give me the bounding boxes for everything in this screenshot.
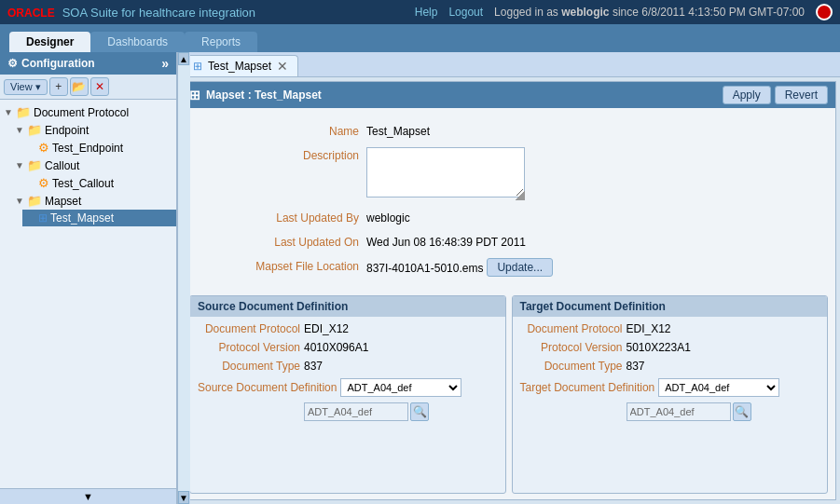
sidebar-item-document-protocol[interactable]: ▼ 📁 Document Protocol xyxy=(0,103,176,121)
target-doc-select[interactable]: ADT_A04_def xyxy=(658,378,779,397)
target-doc-panel-body: Document Protocol EDI_X12 Protocol Versi… xyxy=(513,317,828,427)
source-doc-select[interactable]: ADT_A04_def xyxy=(340,378,461,397)
folder-icon: 📁 xyxy=(27,194,42,208)
delete-icon[interactable]: ✕ xyxy=(90,77,109,96)
source-doc-protocol-row: Document Protocol EDI_X12 xyxy=(198,322,498,335)
sidebar-toolbar: View ▾ + 📂 ✕ xyxy=(0,75,176,100)
last-updated-on-label: Last Updated On xyxy=(210,234,359,249)
source-doc-panel-header: Source Document Definition xyxy=(190,296,505,317)
revert-button[interactable]: Revert xyxy=(775,86,828,104)
tree-toggle: ▼ xyxy=(15,125,24,135)
content-tab-test-mapset[interactable]: ⊞ Test_Mapset ✕ xyxy=(183,55,298,76)
source-doc-protocol-value: EDI_X12 xyxy=(304,322,349,335)
source-doc-definition-label: Source Document Definition xyxy=(198,381,337,394)
mapset-file-row: 837I-4010A1-5010.ems Update... xyxy=(366,258,553,277)
mapset-icon: ⊞ xyxy=(38,211,48,225)
config-icon: ⚙ xyxy=(7,57,18,70)
target-doc-protocol-row: Document Protocol EDI_X12 xyxy=(520,322,820,335)
sidebar-item-test-endpoint[interactable]: ⚙ Test_Endpoint xyxy=(22,139,176,157)
sidebar-tree: ▼ 📁 Document Protocol ▼ 📁 Endpoint ⚙ Tes… xyxy=(0,100,176,488)
resize-handle[interactable] xyxy=(516,191,525,200)
sidebar-item-endpoint[interactable]: ▼ 📁 Endpoint xyxy=(11,121,176,139)
sidebar-item-callout[interactable]: ▼ 📁 Callout xyxy=(11,157,176,174)
sidebar-item-test-mapset[interactable]: ⊞ Test_Mapset xyxy=(22,210,176,226)
source-doc-text-input[interactable] xyxy=(304,402,408,421)
source-doc-protocol-label: Document Protocol xyxy=(198,322,300,335)
panel-title: ⊞ Mapset : Test_Mapset xyxy=(189,88,322,102)
sidebar-item-label: Test_Mapset xyxy=(50,211,114,225)
tab-close-icon[interactable]: ✕ xyxy=(277,59,288,74)
nav-tabs: Designer Dashboards Reports xyxy=(0,24,840,52)
top-bar-left: ORACLE SOA Suite for healthcare integrat… xyxy=(7,6,255,20)
sidebar-item-label: Callout xyxy=(45,159,79,172)
source-doc-definition-input-row: 🔍 xyxy=(198,402,498,421)
bottom-section: Source Document Definition Document Prot… xyxy=(182,292,835,499)
name-value: Test_Mapset xyxy=(366,123,430,138)
description-wrap xyxy=(366,147,525,200)
target-protocol-version-value: 5010X223A1 xyxy=(627,341,691,354)
source-protocol-version-row: Protocol Version 4010X096A1 xyxy=(198,341,498,354)
sidebar-item-label: Test_Endpoint xyxy=(52,142,123,155)
target-protocol-version-label: Protocol Version xyxy=(520,341,623,354)
scroll-down-arrow[interactable]: ▼ xyxy=(178,491,189,504)
sidebar-item-test-callout[interactable]: ⚙ Test_Callout xyxy=(22,174,176,192)
target-doc-text-input[interactable] xyxy=(627,402,731,421)
sidebar-item-mapset[interactable]: ▼ 📁 Mapset xyxy=(11,192,176,210)
description-textarea[interactable] xyxy=(366,147,525,198)
sidebar-header: ⚙ Configuration » xyxy=(0,52,176,75)
target-doc-protocol-label: Document Protocol xyxy=(520,322,623,335)
source-doc-type-label: Document Type xyxy=(198,360,300,373)
tree-toggle: ▼ xyxy=(15,196,24,206)
sidebar-scroll-down[interactable]: ▼ xyxy=(0,488,176,504)
sidebar-expand-icon[interactable]: » xyxy=(161,56,169,71)
main-area: ⚙ Configuration » View ▾ + 📂 ✕ ▼ 📁 Docum… xyxy=(0,52,840,504)
update-button[interactable]: Update... xyxy=(487,258,553,277)
panel-actions: Apply Revert xyxy=(723,86,828,104)
content-area: ⊞ Test_Mapset ✕ ⊞ Mapset : Test_Mapset A… xyxy=(177,52,840,504)
tab-mapset-icon: ⊞ xyxy=(193,60,202,73)
target-protocol-version-row: Protocol Version 5010X223A1 xyxy=(520,341,820,354)
name-row: Name Test_Mapset xyxy=(210,123,807,138)
tab-reports[interactable]: Reports xyxy=(185,32,257,52)
tab-designer[interactable]: Designer xyxy=(9,32,90,52)
oracle-brand-icon xyxy=(816,4,833,20)
tree-toggle: ▼ xyxy=(15,160,24,170)
source-doc-input-wrap: 🔍 xyxy=(304,402,429,421)
folder-icon: 📁 xyxy=(27,158,42,172)
folder-open-icon[interactable]: 📂 xyxy=(70,77,89,96)
mapset-file-location-row: Mapset File Location 837I-4010A1-5010.em… xyxy=(210,258,807,277)
source-doc-panel-body: Document Protocol EDI_X12 Protocol Versi… xyxy=(190,317,505,427)
logged-in-text: Logged in as weblogic since 6/8/2011 4:1… xyxy=(494,6,805,19)
target-doc-type-label: Document Type xyxy=(520,360,623,373)
last-updated-by-row: Last Updated By weblogic xyxy=(210,210,807,225)
target-doc-search-icon[interactable]: 🔍 xyxy=(733,402,751,421)
source-doc-search-icon[interactable]: 🔍 xyxy=(410,402,429,421)
content-tab-bar: ⊞ Test_Mapset ✕ xyxy=(177,52,840,77)
target-doc-definition-label: Target Document Definition xyxy=(520,381,655,394)
description-label: Description xyxy=(210,147,359,162)
last-updated-on-value: Wed Jun 08 16:48:39 PDT 2011 xyxy=(366,234,526,249)
source-doc-select-wrap: ADT_A04_def xyxy=(340,378,461,397)
sidebar-item-label: Test_Callout xyxy=(52,177,114,190)
logout-link[interactable]: Logout xyxy=(448,6,483,19)
source-protocol-version-label: Protocol Version xyxy=(198,341,300,354)
view-button[interactable]: View ▾ xyxy=(4,79,48,95)
apply-button[interactable]: Apply xyxy=(723,86,771,104)
source-doc-panel: Source Document Definition Document Prot… xyxy=(189,295,506,494)
folder-icon: 📁 xyxy=(27,123,42,137)
target-doc-type-value: 837 xyxy=(627,360,645,373)
mapset-file-location-label: Mapset File Location xyxy=(210,258,359,273)
target-doc-definition-input-row: 🔍 xyxy=(520,402,820,421)
target-doc-select-wrap: ADT_A04_def xyxy=(658,378,779,397)
help-link[interactable]: Help xyxy=(415,6,438,19)
gear-icon: ⚙ xyxy=(38,176,49,190)
source-doc-definition-row: Source Document Definition ADT_A04_def xyxy=(198,378,498,397)
source-protocol-version-value: 4010X096A1 xyxy=(304,341,368,354)
sidebar-item-label: Endpoint xyxy=(45,124,89,137)
add-icon[interactable]: + xyxy=(49,77,68,96)
sidebar-scrollbar[interactable]: ▲ ▼ xyxy=(177,52,190,504)
last-updated-on-row: Last Updated On Wed Jun 08 16:48:39 PDT … xyxy=(210,234,807,249)
tab-dashboards[interactable]: Dashboards xyxy=(90,32,185,52)
scroll-up-arrow[interactable]: ▲ xyxy=(178,52,189,65)
content-tab-label: Test_Mapset xyxy=(208,60,271,73)
